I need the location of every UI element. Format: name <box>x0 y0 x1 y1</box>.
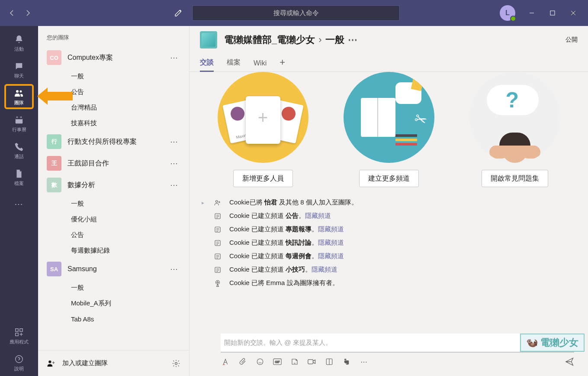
evernote-icon[interactable] <box>342 357 351 366</box>
sticker-icon[interactable] <box>290 357 299 366</box>
search-input[interactable]: 搜尋或輸入命令 <box>192 5 400 21</box>
rail-label: 檔案 <box>14 180 24 187</box>
hide-channel-link[interactable]: 隱藏頻道 <box>312 266 337 273</box>
system-event-row: Cookie 已建立頻道 每週例會。隱藏頻道 <box>200 250 578 263</box>
svg-point-2 <box>20 90 22 92</box>
rail-calendar[interactable]: 行事曆 <box>0 110 38 137</box>
format-icon[interactable] <box>221 357 230 366</box>
event-text: Cookie 已建立頻道 每週例會。隱藏頻道 <box>229 252 344 260</box>
card-create-channels: ✂ 建立更多頻道 <box>344 72 434 187</box>
more-actions-icon[interactable]: ⋯ <box>359 357 369 366</box>
team-name: 行動支付與所得稅專案 <box>67 137 161 146</box>
team-more-icon[interactable]: ⋯ <box>167 180 180 190</box>
channel-row[interactable]: 一般 <box>47 68 180 84</box>
titlebar-right: L <box>500 5 583 21</box>
send-button[interactable] <box>565 357 574 366</box>
watermark: 🦦 電獺少女 <box>520 334 585 352</box>
channel-row[interactable]: 技嘉科技 <box>47 115 180 131</box>
faq-button[interactable]: 開啟常見問題集 <box>482 170 548 187</box>
rail-apps[interactable]: 應用程式 <box>0 322 38 349</box>
svg-point-11 <box>216 200 218 202</box>
team-tile: SA <box>47 262 61 276</box>
add-people-button[interactable]: 新增更多人員 <box>233 170 293 187</box>
breadcrumb-channel[interactable]: 一般 <box>325 33 344 46</box>
user-avatar[interactable]: L <box>500 5 515 21</box>
attach-icon[interactable] <box>238 357 247 366</box>
calendar-icon <box>13 114 25 126</box>
hide-channel-link[interactable]: 隱藏頻道 <box>318 239 344 246</box>
minimize-button[interactable] <box>522 5 541 21</box>
team-row[interactable]: 王 王戲節目合作 ⋯ <box>43 152 184 174</box>
join-create-icon <box>47 359 56 368</box>
maximize-button[interactable] <box>543 5 562 21</box>
event-icon <box>213 279 222 287</box>
back-button[interactable] <box>5 6 19 20</box>
svg-point-1 <box>16 90 19 93</box>
join-create-label[interactable]: 加入或建立團隊 <box>62 359 108 367</box>
svg-text:GIF: GIF <box>275 360 280 363</box>
team-more-icon[interactable]: ⋯ <box>167 53 180 62</box>
hide-channel-link[interactable]: 隱藏頻道 <box>318 225 344 233</box>
chevron-right-icon: › <box>318 34 321 45</box>
event-icon <box>213 266 222 274</box>
team-name: Computex專案 <box>67 53 161 62</box>
close-button[interactable] <box>564 5 583 21</box>
team-more-icon[interactable]: ⋯ <box>167 137 180 146</box>
rail-label: 團隊 <box>14 100 24 106</box>
svg-rect-7 <box>16 333 18 335</box>
team-name: Samsung <box>67 265 161 273</box>
tab-posts[interactable]: 交談 <box>200 58 214 71</box>
system-event-row: Cookie 已建立頻道 公告。隱藏頻道 <box>200 209 578 223</box>
channel-tabs: 交談 檔案 Wiki + <box>190 54 588 72</box>
add-tab-button[interactable]: + <box>280 57 285 71</box>
team-more-icon[interactable]: ⋯ <box>167 264 180 274</box>
channel-row[interactable]: 優化小組 <box>47 211 180 227</box>
expand-chevron-icon[interactable]: ▸ <box>202 200 204 206</box>
team-avatar <box>200 31 217 49</box>
channel-row[interactable]: Tab A8s <box>47 311 180 327</box>
channel-row[interactable]: 一般 <box>47 280 180 295</box>
stream-icon[interactable] <box>325 357 334 366</box>
emoji-icon[interactable] <box>255 357 265 366</box>
create-channels-button[interactable]: 建立更多頻道 <box>359 170 419 187</box>
breadcrumb-team[interactable]: 電獺媒體部_電獺少女 <box>224 33 315 46</box>
card-add-people: 新增更多人員 <box>218 72 308 187</box>
team-row[interactable]: 數 數據分析 ⋯ <box>43 174 184 196</box>
gif-icon[interactable]: GIF <box>273 357 282 366</box>
channel-row[interactable]: Mobile_A系列 <box>47 295 180 311</box>
new-chat-button[interactable] <box>170 4 187 22</box>
hide-channel-link[interactable]: 隱藏頻道 <box>305 212 331 219</box>
team-tile: 王 <box>47 156 61 171</box>
rail-teams[interactable]: 團隊 <box>0 83 38 110</box>
team-row[interactable]: 行 行動支付與所得稅專案 ⋯ <box>43 131 184 152</box>
channel-row[interactable]: 每週數據紀錄 <box>47 243 180 258</box>
team-tile: 行 <box>47 134 61 149</box>
feed[interactable]: 新增更多人員 ✂ 建立更多頻道 ? 開啟常見問題集 ▸ <box>190 72 588 328</box>
illustration-faq: ? <box>469 72 560 163</box>
forward-button[interactable] <box>21 6 35 20</box>
tab-files[interactable]: 檔案 <box>227 58 241 71</box>
tab-wiki[interactable]: Wiki <box>254 59 267 71</box>
rail-calls[interactable]: 通話 <box>0 137 38 164</box>
apps-icon <box>13 327 25 338</box>
team-row[interactable]: CO Computex專案 ⋯ <box>43 47 184 68</box>
channel-row[interactable]: 公告 <box>47 227 180 243</box>
settings-gear-icon[interactable] <box>172 359 180 368</box>
bell-icon <box>13 34 25 45</box>
team-row[interactable]: SA Samsung ⋯ <box>43 258 184 280</box>
channel-row[interactable]: 一般 <box>47 196 180 211</box>
hide-channel-link[interactable]: 隱藏頻道 <box>318 252 344 259</box>
rail-activity[interactable]: 活動 <box>0 29 38 56</box>
content-area: 電獺媒體部_電獺少女 › 一般 ⋯ 公開 交談 檔案 Wiki + 新增更多人員 <box>190 26 588 376</box>
meet-now-icon[interactable] <box>307 357 317 366</box>
rail-chat[interactable]: 聊天 <box>0 56 38 83</box>
event-icon <box>213 226 222 233</box>
channel-more-icon[interactable]: ⋯ <box>348 34 357 45</box>
team-more-icon[interactable]: ⋯ <box>167 159 180 168</box>
rail-label: 聊天 <box>14 73 24 79</box>
avatar-initial: L <box>505 9 510 17</box>
rail-help[interactable]: 說明 <box>0 349 38 376</box>
rail-files[interactable]: 檔案 <box>0 164 38 191</box>
visibility-badge: 公開 <box>566 36 578 44</box>
rail-more[interactable]: ⋯ <box>0 191 38 217</box>
